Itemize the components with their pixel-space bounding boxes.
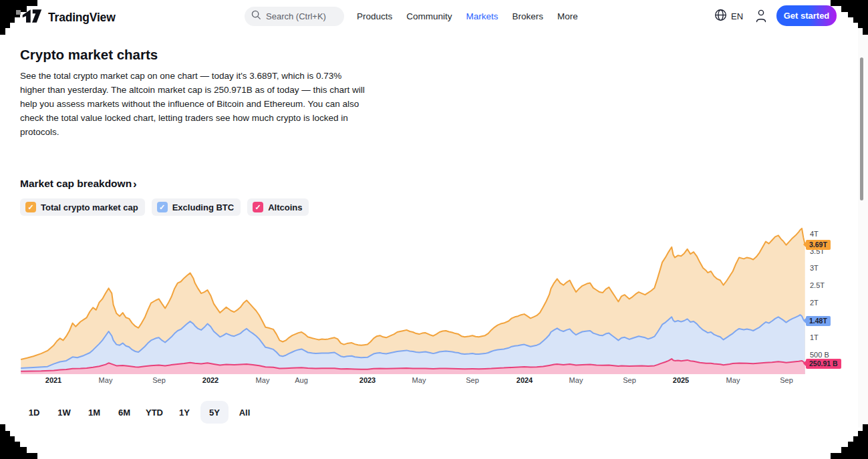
scrollbar-thumb[interactable] <box>860 57 863 200</box>
range-button-1w[interactable]: 1W <box>50 401 78 424</box>
range-button-1d[interactable]: 1D <box>20 401 48 424</box>
market-cap-area-chart[interactable] <box>0 0 868 459</box>
time-range-selector: 1D1W1M6MYTD1Y5YAll <box>20 401 259 424</box>
screen-corner-decoration <box>0 0 43 35</box>
range-button-1m[interactable]: 1M <box>80 401 108 424</box>
range-button-5y[interactable]: 5Y <box>200 401 229 424</box>
range-button-6m[interactable]: 6M <box>110 401 138 424</box>
screen-corner-decoration <box>825 424 868 459</box>
range-button-1y[interactable]: 1Y <box>170 401 198 424</box>
range-button-ytd[interactable]: YTD <box>140 401 168 424</box>
range-button-all[interactable]: All <box>231 401 259 424</box>
screen-corner-decoration <box>0 424 43 459</box>
screen-corner-decoration <box>825 0 868 35</box>
